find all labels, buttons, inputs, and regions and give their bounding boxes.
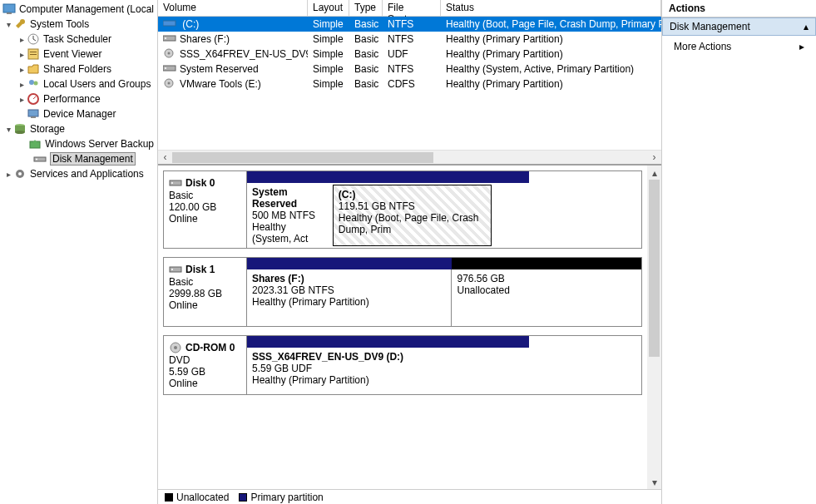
hdd-icon (169, 263, 182, 276)
disk-partition[interactable]: System Reserved500 MB NTFSHealthy (Syste… (247, 183, 331, 248)
chevron-down-icon[interactable]: ▾ (3, 125, 13, 134)
disk-type: Basic (169, 190, 241, 201)
partition-name: (C:) (339, 189, 487, 200)
tree-disk-management[interactable]: Disk Management (0, 151, 157, 166)
disk-row[interactable]: CD-ROM 0DVD5.59 GBOnlineSSS_X64FREV_EN-U… (163, 335, 642, 395)
svg-point-32 (171, 269, 173, 270)
nav-tree: Computer Management (Local ▾ System Tool… (0, 0, 158, 504)
partition-size: 5.59 GB UDF (252, 363, 482, 374)
volume-icon (163, 78, 176, 90)
volume-name: VMware Tools (E:) (180, 78, 261, 90)
disk-partition[interactable]: Shares (F:)2023.31 GB NTFSHealthy (Prima… (247, 269, 451, 326)
volume-row[interactable]: Shares (F:)SimpleBasicNTFSHealthy (Prima… (158, 32, 661, 47)
storage-icon (13, 122, 27, 136)
cell-fs: NTFS (383, 18, 441, 30)
col-status[interactable]: Status (441, 0, 661, 16)
volume-list: Volume Layout Type File System Status (C… (158, 0, 661, 150)
cell-status: Healthy (Primary Partition) (441, 48, 661, 60)
disk-graphical-view: Disk 0Basic120.00 GBOnlineSystem Reserve… (158, 164, 661, 489)
disk-legend: Unallocated Primary partition (158, 489, 661, 504)
event-viewer-icon (27, 47, 40, 61)
tree-storage[interactable]: ▾ Storage (0, 121, 157, 136)
volume-list-hscroll[interactable]: ‹ › (158, 150, 661, 164)
svg-rect-5 (30, 52, 37, 52)
col-fs[interactable]: File System (383, 0, 441, 16)
partition-status: Healthy (System, Act (252, 221, 326, 245)
volume-row[interactable]: (C:)SimpleBasicNTFSHealthy (Boot, Page F… (158, 17, 661, 32)
partition-name: Shares (F:) (252, 273, 446, 284)
chevron-right-icon[interactable]: ▸ (17, 35, 27, 44)
tree-root[interactable]: Computer Management (Local (0, 2, 157, 17)
chevron-down-icon[interactable]: ▾ (3, 20, 13, 29)
partition-size: 500 MB NTFS (252, 210, 326, 221)
tree-performance[interactable]: ▸ Performance (0, 91, 157, 106)
tree-system-tools[interactable]: ▾ System Tools (0, 17, 157, 32)
actions-panel: Actions Disk Management ▴ More Actions ▸ (662, 0, 816, 504)
disk-partition[interactable]: 976.56 GBUnallocated (451, 269, 641, 326)
volume-name: System Reserved (180, 63, 259, 75)
chevron-right-icon[interactable]: ▸ (17, 95, 27, 104)
hdd-icon (169, 176, 182, 190)
col-layout[interactable]: Layout (308, 0, 349, 16)
graphical-vscroll[interactable]: ▴ ▾ (647, 166, 661, 489)
scroll-up-icon[interactable]: ▴ (647, 166, 661, 180)
actions-section-label: Disk Management (670, 21, 750, 32)
volume-name: Shares (F:) (180, 33, 230, 45)
col-volume[interactable]: Volume (158, 0, 308, 16)
chevron-right-icon[interactable]: ▸ (3, 170, 13, 179)
partition-name: SSS_X64FREV_EN-US_DV9 (D:) (252, 351, 482, 363)
svg-rect-10 (28, 110, 38, 116)
disk-size: 2999.88 GB (169, 288, 241, 299)
cell-status: Healthy (Boot, Page File, Crash Dump, Pr… (441, 18, 661, 30)
scroll-right-icon[interactable]: › (647, 151, 661, 165)
chevron-right-icon[interactable]: ▸ (17, 50, 27, 59)
actions-title: Actions (662, 0, 816, 17)
legend-label: Unallocated (176, 492, 229, 503)
svg-point-22 (165, 37, 166, 39)
svg-rect-20 (163, 21, 176, 26)
services-icon (13, 167, 27, 180)
volume-name: SSS_X64FREV_EN-US_DV9 (D:) (180, 48, 308, 60)
volume-row[interactable]: System ReservedSimpleBasicNTFSHealthy (S… (158, 62, 661, 77)
actions-more[interactable]: More Actions ▸ (662, 36, 816, 57)
disk-partition[interactable]: (C:)119.51 GB NTFSHealthy (Boot, Page Fi… (333, 185, 492, 246)
volume-icon (163, 63, 176, 75)
tree-local-users[interactable]: ▸ Local Users and Groups (0, 77, 157, 91)
disk-mgmt-icon (33, 152, 47, 166)
svg-rect-0 (3, 4, 15, 12)
disk-row[interactable]: Disk 0Basic120.00 GBOnlineSystem Reserve… (163, 170, 642, 249)
tree-event-viewer[interactable]: ▸ Event Viewer (0, 47, 157, 62)
cell-layout: Simple (308, 63, 349, 75)
volume-row[interactable]: VMware Tools (E:)SimpleBasicCDFSHealthy … (158, 77, 661, 91)
tree-task-scheduler[interactable]: ▸ Task Scheduler (0, 32, 157, 47)
col-type[interactable]: Type (349, 0, 383, 16)
partition-status: Healthy (Primary Partition) (252, 374, 482, 386)
scroll-thumb[interactable] (649, 180, 660, 357)
scroll-down-icon[interactable]: ▾ (647, 475, 661, 489)
legend-label: Primary partition (250, 492, 323, 503)
tree-device-manager[interactable]: Device Manager (0, 106, 157, 121)
partition-name: System Reserved (252, 186, 326, 210)
tree-services-apps[interactable]: ▸ Services and Applications (0, 166, 157, 181)
volume-name: (C:) (180, 18, 199, 30)
cell-layout: Simple (308, 18, 349, 30)
svg-rect-1 (7, 12, 12, 14)
disk-state: Online (169, 378, 241, 389)
tree-shared-folders[interactable]: ▸ Shared Folders (0, 62, 157, 77)
tree-ws-backup[interactable]: Windows Server Backup (0, 136, 157, 151)
volume-icon (163, 33, 176, 45)
cell-status: Healthy (System, Active, Primary Partiti… (441, 63, 661, 75)
scroll-thumb[interactable] (172, 152, 433, 163)
chevron-right-icon[interactable]: ▸ (17, 80, 27, 89)
disk-partition[interactable]: SSS_X64FREV_EN-US_DV9 (D:)5.59 GB UDFHea… (247, 348, 487, 394)
disk-row[interactable]: Disk 1Basic2999.88 GBOnlineShares (F:)20… (163, 257, 642, 327)
volume-icon (163, 48, 176, 60)
disk-state: Online (169, 213, 241, 225)
volume-row[interactable]: SSS_X64FREV_EN-US_DV9 (D:)SimpleBasicUDF… (158, 47, 661, 62)
chevron-right-icon[interactable]: ▸ (17, 65, 27, 74)
actions-section-disk-management[interactable]: Disk Management ▴ (662, 17, 816, 36)
svg-rect-11 (31, 116, 36, 118)
legend-swatch-unallocated (165, 493, 173, 502)
svg-rect-6 (30, 54, 37, 55)
scroll-left-icon[interactable]: ‹ (158, 151, 172, 165)
